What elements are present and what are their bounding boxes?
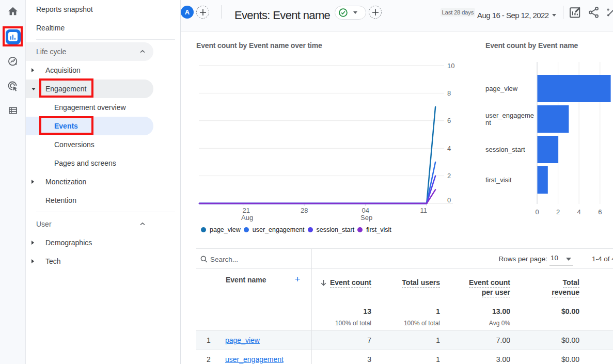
- check-circle-icon: [339, 8, 348, 17]
- add-comparison-button[interactable]: [196, 6, 209, 19]
- svg-text:4: 4: [447, 145, 451, 152]
- svg-text:2: 2: [556, 208, 560, 216]
- bar-label-first_visit: first_visit: [485, 166, 534, 194]
- svg-text:0: 0: [447, 196, 451, 204]
- sidebar-item-label: Events: [26, 122, 78, 130]
- svg-text:11: 11: [420, 207, 427, 214]
- bar-label-page_view: page_view: [485, 75, 534, 102]
- line-chart-legend: page_viewuser_engagementsession_startfir…: [201, 226, 395, 233]
- legend-dot: [357, 227, 363, 232]
- legend-dot: [201, 227, 206, 232]
- sidebar-item-label: Retention: [26, 196, 76, 204]
- svg-text:10: 10: [447, 62, 454, 70]
- page-title: Events: Event name: [234, 0, 330, 31]
- bar-chart-title: Event count by Event name: [485, 41, 578, 50]
- svg-text:8: 8: [447, 89, 451, 97]
- app-navigation-rail: [0, 0, 26, 364]
- totals-value: $0.00: [497, 307, 579, 315]
- chevron-up-icon[interactable]: [140, 50, 144, 54]
- svg-text:04: 04: [361, 207, 369, 214]
- nav-library-button[interactable]: [0, 100, 26, 121]
- table-row-user_engagement: 2user_engagement313.00$0.00: [196, 350, 613, 364]
- share-icon: [588, 6, 600, 19]
- share-report-button[interactable]: [588, 6, 600, 19]
- nav-reports-button[interactable]: [0, 26, 26, 47]
- add-report-button[interactable]: [369, 6, 382, 19]
- bar-label-user_engagement: user_engagement: [485, 105, 534, 133]
- sidebar-divider: [36, 39, 175, 40]
- insights-icon: [606, 6, 613, 19]
- sidebar-item-retention[interactable]: Retention: [26, 191, 180, 210]
- reports-icon: [6, 29, 21, 44]
- triangle-right-icon[interactable]: [32, 180, 34, 184]
- customize-report-button[interactable]: [569, 6, 581, 19]
- sidebar-item-label: Conversions: [26, 140, 95, 149]
- header-divider: [221, 5, 222, 19]
- comparison-avatar[interactable]: A: [181, 6, 194, 19]
- legend-label: page_view: [210, 226, 241, 233]
- rows-per-page-select[interactable]: 10: [549, 252, 573, 265]
- sidebar-item-acquisition[interactable]: Acquisition: [26, 61, 180, 80]
- report-header: A Events: Event name Last 28 days Aug 16…: [181, 0, 613, 31]
- sidebar-item-label: Monetization: [26, 178, 86, 186]
- date-range-chip: Last 28 days: [441, 8, 475, 17]
- plus-icon: [199, 9, 207, 16]
- sidebar-item-user[interactable]: User: [26, 215, 180, 233]
- sidebar-item-pages-and-screens[interactable]: Pages and screens: [26, 154, 180, 172]
- event-name-link[interactable]: user_engagement: [225, 350, 284, 364]
- sidebar-item-label: Demographics: [26, 239, 92, 247]
- svg-text:4: 4: [577, 208, 581, 216]
- sidebar-item-engagement-overview[interactable]: Engagement overview: [26, 98, 180, 117]
- cell-value: $0.00: [497, 331, 579, 350]
- sidebar-item-reports-snapshot[interactable]: Reports snapshot: [26, 0, 180, 19]
- sidebar-item-demographics[interactable]: Demographics: [26, 233, 180, 252]
- table-header: Event name + Event countTotal usersEvent…: [196, 269, 613, 331]
- table-row-page_view: 1page_view717.00$0.00: [196, 331, 613, 350]
- sidebar-item-engagement[interactable]: Engagement: [26, 80, 153, 98]
- bar-label-session_start: session_start: [485, 136, 534, 163]
- legend-item-page_view: page_view: [201, 226, 241, 233]
- svg-text:28: 28: [301, 207, 308, 214]
- header-divider-2: [563, 6, 563, 19]
- svg-text:21: 21: [242, 207, 249, 214]
- date-range-selector[interactable]: Aug 16 - Sep 12, 2022: [477, 0, 549, 31]
- sidebar-item-monetization[interactable]: Monetization: [26, 172, 180, 191]
- legend-label: session_start: [317, 226, 355, 233]
- legend-item-session_start: session_start: [308, 226, 355, 233]
- sidebar-item-life-cycle[interactable]: Life cycle: [26, 42, 153, 61]
- triangle-down-icon[interactable]: [32, 88, 36, 90]
- insights-button[interactable]: [606, 6, 613, 19]
- column-header-total-revenue[interactable]: Totalrevenue: [497, 278, 579, 297]
- sidebar-item-realtime[interactable]: Realtime: [26, 19, 180, 37]
- explore-icon: [7, 56, 19, 67]
- events-data-table: Rows per page: 10 1-4 of 4 Event name + …: [196, 248, 613, 364]
- chevron-down-icon: [552, 14, 556, 17]
- report-status-button[interactable]: [335, 6, 366, 20]
- nav-home-button[interactable]: [0, 1, 26, 22]
- sidebar-item-tech[interactable]: Tech: [26, 252, 180, 271]
- line-chart-title: Event count by Event name over time: [196, 41, 322, 50]
- event-name-link[interactable]: page_view: [225, 331, 260, 350]
- rows-per-page-label: Rows per page:: [196, 249, 547, 269]
- row-index: 2: [205, 350, 213, 364]
- triangle-right-icon[interactable]: [32, 241, 34, 245]
- sidebar-item-events[interactable]: Events: [26, 117, 153, 135]
- sidebar-item-conversions[interactable]: Conversions: [26, 135, 180, 154]
- svg-text:0: 0: [535, 208, 539, 216]
- legend-label: user_engagement: [253, 226, 305, 233]
- triangle-right-icon[interactable]: [32, 259, 34, 263]
- svg-text:6: 6: [447, 117, 451, 124]
- legend-item-first_visit: first_visit: [357, 226, 391, 233]
- legend-dot: [308, 227, 313, 232]
- nav-advertising-button[interactable]: [0, 76, 26, 97]
- chevron-up-icon[interactable]: [140, 222, 144, 226]
- sidebar-item-label: Reports snapshot: [26, 5, 93, 13]
- triangle-right-icon[interactable]: [32, 68, 34, 72]
- nav-explore-button[interactable]: [0, 51, 26, 72]
- plus-icon: [372, 9, 379, 16]
- row-index: 1: [205, 331, 213, 350]
- column-header-event-name[interactable]: Event name: [226, 276, 266, 284]
- customize-report-icon: [569, 6, 581, 19]
- totals-subtitle: Avg 0%: [428, 320, 510, 327]
- chevron-down-icon: [566, 258, 571, 261]
